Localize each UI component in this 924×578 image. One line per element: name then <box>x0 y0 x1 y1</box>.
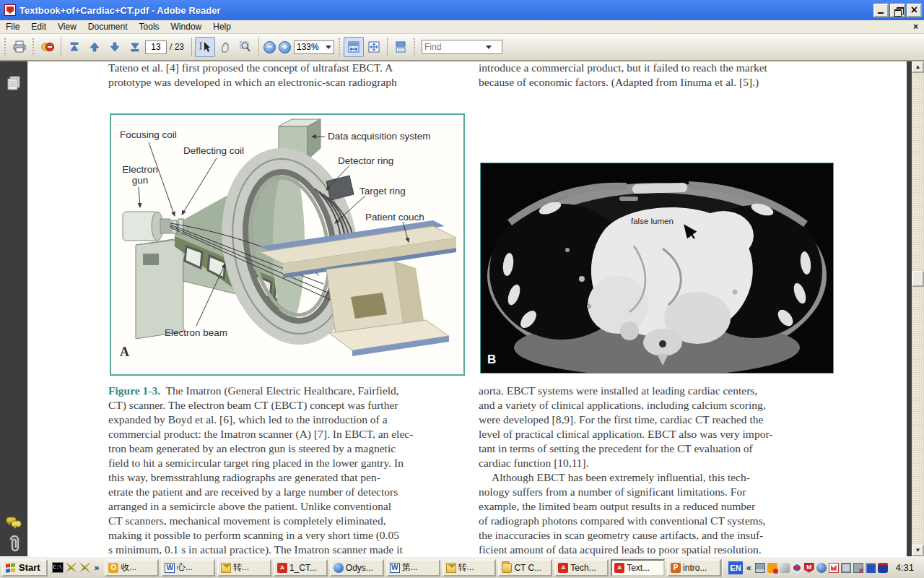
right-column-top-text: introduce a commercial product, but it f… <box>479 61 767 90</box>
last-page-icon <box>129 41 141 53</box>
menu-view[interactable]: View <box>52 21 82 33</box>
minimize-button[interactable] <box>873 4 889 17</box>
taskbar-item-mail-2[interactable]: 转... <box>443 559 497 577</box>
zoom-out-button[interactable]: − <box>263 41 276 53</box>
taskbar-item-pdf-active[interactable]: A Text... <box>611 559 665 577</box>
word-icon: W <box>390 563 400 573</box>
scrollbar-thumb[interactable] <box>912 271 924 287</box>
network-error-icon[interactable] <box>853 563 863 573</box>
scroll-up-icon[interactable]: ▲ <box>912 61 924 73</box>
marquee-zoom-button[interactable] <box>235 37 256 57</box>
language-indicator[interactable]: EN <box>728 561 743 574</box>
figure-a-panel-label: A <box>120 345 129 360</box>
task-buttons: O 收... W 心... 转... A 1_CT... Odys... W 第 <box>105 559 721 577</box>
system-tray: EN « M 4:31 <box>721 558 923 577</box>
toolbar-grip[interactable] <box>338 38 341 56</box>
start-button[interactable]: Start <box>1 559 48 577</box>
blocked-status-icon[interactable] <box>792 563 802 573</box>
print-button[interactable] <box>9 37 30 57</box>
print-icon <box>12 40 27 53</box>
figure-b-panel-label: B <box>487 353 496 367</box>
taskbar-item-pdf-2[interactable]: A Tech... <box>554 559 609 577</box>
taskbar-item-browser[interactable]: Odys... <box>330 559 384 577</box>
quicklaunch-app-icon[interactable] <box>66 562 77 573</box>
mail-notifier-icon[interactable] <box>829 563 839 573</box>
attachments-panel-icon[interactable] <box>5 535 22 557</box>
next-page-button[interactable] <box>105 37 125 57</box>
hand-tool-icon <box>219 40 232 53</box>
clock[interactable]: 4:31 <box>890 562 918 573</box>
toolbar-grip[interactable] <box>4 38 7 56</box>
network-activity-icon[interactable] <box>755 563 765 573</box>
mcafee-shield-icon[interactable]: M <box>804 563 814 573</box>
zoom-level-combo[interactable]: 133% <box>294 40 334 54</box>
page-edge-strip <box>907 61 912 556</box>
adobe-reader-window: Textbook+of+Cardiac+CT.pdf - Adobe Reade… <box>0 0 924 578</box>
mail-icon <box>446 563 456 573</box>
taskbar-item-powerpoint[interactable]: P intro... <box>667 559 721 577</box>
comments-panel-icon[interactable] <box>5 515 22 534</box>
folder-icon <box>502 563 512 573</box>
pages-panel-icon[interactable] <box>5 74 22 95</box>
figure-caption-label: Figure 1-3. <box>108 384 160 397</box>
menu-tools[interactable]: Tools <box>134 21 165 33</box>
menu-edit[interactable]: Edit <box>25 21 52 33</box>
taskbar-item-folder[interactable]: CT C... <box>498 559 552 577</box>
page-layout-button[interactable] <box>391 37 411 57</box>
vertical-scrollbar[interactable]: ▲ ▼ <box>912 61 924 556</box>
zoom-in-button[interactable]: + <box>279 41 291 53</box>
fit-width-button[interactable] <box>344 37 364 57</box>
find-input[interactable] <box>422 42 486 52</box>
email-icon <box>40 40 55 53</box>
taskbar-item-word-1[interactable]: W 心... <box>161 559 215 577</box>
window-title: Textbook+of+Cardiac+CT.pdf - Adobe Reade… <box>19 5 872 16</box>
marquee-zoom-icon <box>239 40 252 53</box>
chevron-down-icon <box>486 46 492 52</box>
menu-window[interactable]: Window <box>165 21 208 33</box>
label-focusing-coil: Focusing coil <box>120 129 177 140</box>
menu-document[interactable]: Document <box>82 21 134 33</box>
quicklaunch-chevron-icon[interactable]: » <box>93 563 101 573</box>
close-button[interactable] <box>907 4 922 17</box>
toolbar-grip[interactable] <box>413 38 417 56</box>
last-page-button[interactable] <box>125 37 145 57</box>
taskbar-item-pdf-1[interactable]: A 1_CT... <box>274 559 328 577</box>
pdf-icon: A <box>614 563 624 573</box>
page-number-input[interactable] <box>145 40 167 54</box>
figure-caption: Figure 1-3. The Imatron (General Electri… <box>108 384 413 556</box>
page-total-label: / 23 <box>170 42 184 52</box>
label-target-ring: Target ring <box>359 186 406 197</box>
find-box[interactable] <box>422 40 502 54</box>
page-layout-icon <box>394 40 407 53</box>
select-tool-icon <box>199 40 212 53</box>
command-prompt-icon[interactable]: C:\ <box>52 562 64 573</box>
taskbar-item-mail-1[interactable]: 转... <box>217 559 271 577</box>
utility-icon[interactable] <box>780 563 790 573</box>
vnc-icon[interactable] <box>866 563 876 573</box>
toolbar-grip[interactable] <box>32 38 35 56</box>
email-button[interactable] <box>38 37 58 57</box>
title-bar: Textbook+of+Cardiac+CT.pdf - Adobe Reade… <box>0 0 924 20</box>
tray-chevron-icon[interactable]: « <box>745 563 753 573</box>
hand-tool-button[interactable] <box>215 37 235 57</box>
document-close-icon[interactable]: × <box>907 22 924 32</box>
battery-icon[interactable] <box>878 563 888 573</box>
restore-button[interactable] <box>890 4 905 17</box>
globe-icon <box>334 563 344 573</box>
menu-help[interactable]: Help <box>207 21 237 33</box>
menu-file[interactable]: File <box>0 21 25 33</box>
display-settings-icon[interactable] <box>841 563 851 573</box>
taskbar-item-outlook[interactable]: O 收... <box>105 559 159 577</box>
fit-page-button[interactable] <box>364 37 384 57</box>
label-deflecting-coil: Deflecting coil <box>183 145 244 156</box>
previous-page-button[interactable] <box>84 37 105 57</box>
first-page-button[interactable] <box>64 37 84 57</box>
internet-icon[interactable] <box>816 563 827 573</box>
taskbar-item-word-2[interactable]: W 第... <box>386 559 440 577</box>
word-icon: W <box>165 563 175 573</box>
quicklaunch-app-icon[interactable] <box>79 562 91 573</box>
windows-logo-icon <box>6 563 16 572</box>
outlook-alert-icon[interactable] <box>767 563 777 573</box>
scroll-down-icon[interactable]: ▼ <box>912 545 924 556</box>
select-tool-button[interactable] <box>195 37 215 57</box>
